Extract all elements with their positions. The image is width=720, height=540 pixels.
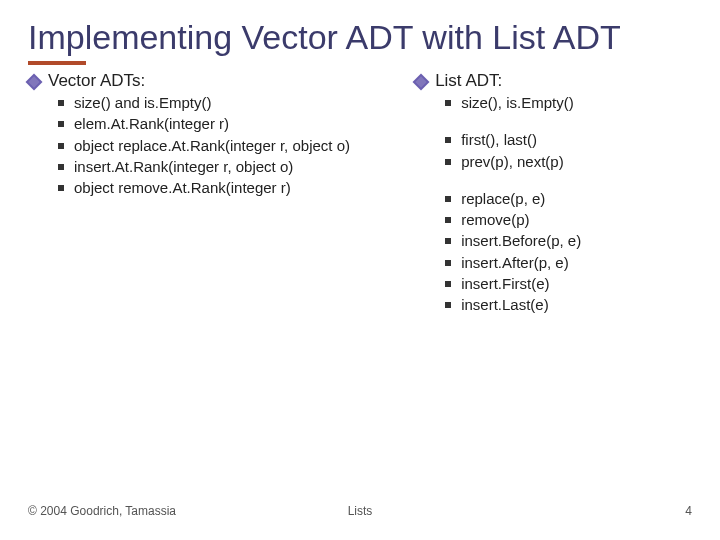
- list-item: size(), is.Empty(): [445, 93, 692, 113]
- list-item: remove(p): [445, 210, 692, 230]
- list-item: insert.At.Rank(integer r, object o): [58, 157, 397, 177]
- list-item: first(), last(): [445, 130, 692, 150]
- left-list: size() and is.Empty() elem.At.Rank(integ…: [58, 93, 397, 198]
- left-heading: Vector ADTs:: [48, 71, 145, 91]
- list-item: object replace.At.Rank(integer r, object…: [58, 136, 397, 156]
- footer-copyright: © 2004 Goodrich, Tamassia: [28, 504, 176, 518]
- list-item: insert.Last(e): [445, 295, 692, 315]
- slide: Implementing Vector ADT with List ADT Ve…: [0, 0, 720, 540]
- left-column: Vector ADTs: size() and is.Empty() elem.…: [28, 71, 397, 316]
- diamond-bullet-icon: [413, 74, 430, 91]
- right-heading: List ADT:: [435, 71, 502, 91]
- list-item: elem.At.Rank(integer r): [58, 114, 397, 134]
- list-item: object remove.At.Rank(integer r): [58, 178, 397, 198]
- list-item: replace(p, e): [445, 189, 692, 209]
- right-column: List ADT: size(), is.Empty() first(), la…: [415, 71, 692, 316]
- slide-title: Implementing Vector ADT with List ADT: [28, 18, 692, 57]
- footer-page-number: 4: [685, 504, 692, 518]
- content-columns: Vector ADTs: size() and is.Empty() elem.…: [28, 71, 692, 316]
- right-list-g2: first(), last() prev(p), next(p): [445, 130, 692, 172]
- right-heading-row: List ADT:: [415, 71, 692, 91]
- list-item: insert.Before(p, e): [445, 231, 692, 251]
- right-list-g1: size(), is.Empty(): [445, 93, 692, 113]
- accent-rule: [28, 61, 86, 65]
- list-item: insert.First(e): [445, 274, 692, 294]
- footer-center: Lists: [348, 504, 373, 518]
- left-heading-row: Vector ADTs:: [28, 71, 397, 91]
- list-item: size() and is.Empty(): [58, 93, 397, 113]
- group-spacer: [415, 114, 692, 128]
- list-item: prev(p), next(p): [445, 152, 692, 172]
- right-list-g3: replace(p, e) remove(p) insert.Before(p,…: [445, 189, 692, 316]
- list-item: insert.After(p, e): [445, 253, 692, 273]
- diamond-bullet-icon: [26, 74, 43, 91]
- group-spacer: [415, 173, 692, 187]
